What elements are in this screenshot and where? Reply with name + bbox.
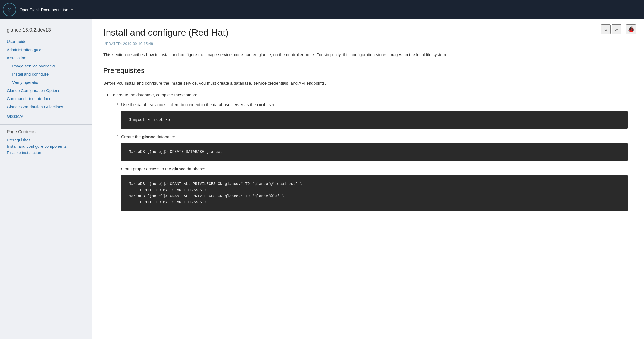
page-contents-prerequisites[interactable]: Prerequisites <box>7 138 86 143</box>
substep-1-text-before: Use the database access client to connec… <box>121 102 257 107</box>
brand-dropdown[interactable]: OpenStack Documentation ▼ <box>20 7 74 12</box>
sidebar-nav: User guide Administration guide Installa… <box>0 38 92 119</box>
top-navigation: ⊙ OpenStack Documentation ▼ <box>0 0 644 19</box>
sidebar-item-user-guide[interactable]: User guide <box>7 38 86 45</box>
sidebar-item-cli[interactable]: Command Line Interface <box>7 95 86 102</box>
steps-list: To create the database, complete these s… <box>103 91 628 211</box>
substep-2: Create the glance database: MariaDB [(no… <box>116 133 628 161</box>
main-layout: glance 16.0.2.dev13 User guide Administr… <box>0 19 644 339</box>
step-1: To create the database, complete these s… <box>111 91 628 211</box>
code-block-grant: MariaDB [(none)]> GRANT ALL PRIVILEGES O… <box>121 175 628 211</box>
topbar-divider <box>624 26 624 33</box>
logo-icon[interactable]: ⊙ <box>3 3 16 16</box>
step-1-text: To create the database, complete these s… <box>111 93 197 97</box>
sidebar-item-verify-operation[interactable]: Verify operation <box>7 79 86 86</box>
report-bug-button[interactable]: 🐞 <box>626 24 636 34</box>
next-page-button[interactable]: » <box>612 24 621 34</box>
substep-2-text-before: Create the <box>121 134 142 139</box>
substeps-list: Use the database access client to connec… <box>111 101 628 211</box>
substep-3-bold: glance <box>172 167 186 171</box>
substep-3: Grant proper access to the glance databa… <box>116 165 628 211</box>
sidebar-item-install-configure[interactable]: Install and configure <box>7 71 86 78</box>
intro-paragraph: This section describes how to install an… <box>103 51 628 58</box>
brand-chevron-icon: ▼ <box>70 8 74 11</box>
sidebar-item-installation[interactable]: Installation <box>7 55 86 61</box>
page-title: Install and configure (Red Hat) <box>103 27 628 38</box>
main-content: « » 🐞 Install and configure (Red Hat) UP… <box>92 19 644 339</box>
page-contents-install-components[interactable]: Install and configure components <box>7 144 86 149</box>
substep-1: Use the database access client to connec… <box>116 101 628 129</box>
sidebar-item-glossary[interactable]: Glossary <box>7 113 86 119</box>
prerequisites-heading: Prerequisites <box>103 66 628 75</box>
page-contents-title: Page Contents <box>0 130 92 138</box>
substep-3-text-after: database: <box>186 167 205 171</box>
substep-2-bold: glance <box>142 134 155 139</box>
prerequisites-intro: Before you install and configure the Ima… <box>103 80 628 87</box>
sidebar: glance 16.0.2.dev13 User guide Administr… <box>0 19 92 339</box>
sidebar-item-contribution[interactable]: Glance Contribution Guidelines <box>7 104 86 110</box>
code-block-create-db: MariaDB [(none)]> CREATE DATABASE glance… <box>121 143 628 161</box>
sidebar-version: glance 16.0.2.dev13 <box>0 24 92 38</box>
content-topbar: « » 🐞 <box>601 24 636 34</box>
code-block-mysql: $ mysql -u root -p <box>121 111 628 129</box>
sidebar-item-image-service-overview[interactable]: Image service overview <box>7 63 86 69</box>
prev-page-button[interactable]: « <box>601 24 611 34</box>
sidebar-item-config-options[interactable]: Glance Configuration Options <box>7 87 86 94</box>
page-contents-finalize[interactable]: Finalize installation <box>7 150 86 155</box>
substep-1-bold: root <box>257 102 265 107</box>
updated-label: UPDATED: 2019-09-10 15:48 <box>103 42 628 46</box>
substep-1-text-after: user: <box>265 102 276 107</box>
sidebar-item-admin-guide[interactable]: Administration guide <box>7 47 86 53</box>
substep-3-text-before: Grant proper access to the <box>121 167 172 171</box>
page-contents-nav: Prerequisites Install and configure comp… <box>0 138 92 155</box>
substep-2-text-after: database: <box>155 134 175 139</box>
